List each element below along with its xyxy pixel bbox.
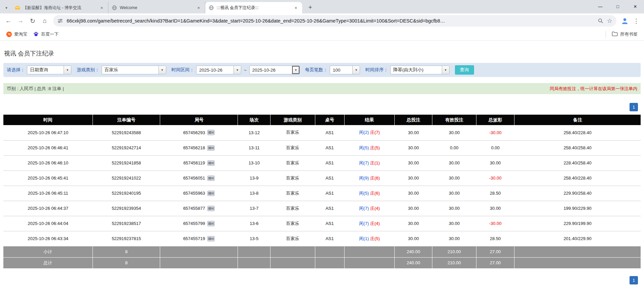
close-button[interactable]: ✕	[627, 0, 644, 13]
minimize-button[interactable]: —	[592, 0, 609, 13]
zoom-icon[interactable]	[598, 18, 604, 24]
result-player-link[interactable]: 闲(7)	[359, 160, 369, 165]
chevron-down-icon[interactable]: ▼	[442, 66, 449, 74]
chevron-down-icon[interactable]: ▼	[64, 66, 71, 74]
result-banker-link[interactable]: 庄(4)	[370, 221, 380, 226]
tab-close-icon[interactable]: ✕	[99, 5, 105, 11]
address-bar[interactable]: 66cxkj98.com/game/betrecord_search/kind3…	[53, 15, 616, 27]
cell-result: 闲(2) 庄(7)	[344, 125, 395, 140]
forward-icon[interactable]: →	[15, 15, 26, 27]
query-mode-combo[interactable]: 日期查询 ▼	[27, 66, 71, 74]
bet-table-head-row: 时间注单编号局号场次游戏类别桌号结果总投注有效投注总派彩备注	[3, 115, 641, 125]
cell-game-type: 百家乐	[271, 170, 315, 186]
summary-count: 8	[93, 257, 160, 268]
cell-note: 229.90/199.90	[514, 216, 641, 231]
combo-value: 日期查询	[27, 66, 64, 74]
browser-tab-welcome[interactable]: Welcome ✕	[108, 2, 205, 13]
cell-valid-bet: 30.00	[432, 201, 476, 216]
result-player-link[interactable]: 闲(2)	[359, 130, 369, 135]
result-player-link[interactable]: 闲(5)	[359, 191, 369, 196]
bookmark-star-icon[interactable]: ☆	[607, 17, 612, 25]
result-player-link[interactable]: 闲(1)	[359, 236, 369, 241]
refresh-icon[interactable]: ↻	[27, 15, 38, 27]
round-number-group: 657456293	[183, 130, 215, 135]
summary-empty-cell	[514, 257, 641, 268]
url-text[interactable]: 66cxkj98.com/game/betrecord_search/kind3…	[67, 18, 594, 24]
cell-total-bet-link[interactable]: 30.00	[395, 186, 432, 201]
video-replay-icon[interactable]	[207, 221, 215, 226]
home-icon[interactable]: ⌂	[39, 15, 50, 27]
chevron-down-icon[interactable]: ▼	[158, 66, 166, 74]
bookmark-baidu[interactable]: 百度一下	[30, 30, 62, 39]
cell-game-type: 百家乐	[271, 216, 315, 231]
result-banker-link[interactable]: 庄(6)	[370, 176, 380, 181]
cell-payout: -30.00	[476, 216, 514, 231]
game-type-combo[interactable]: 百家乐 ▼	[102, 66, 166, 74]
cell-valid-bet: 30.00	[432, 186, 476, 201]
profile-avatar-icon[interactable]	[619, 15, 631, 27]
cell-total-bet-link[interactable]: 30.00	[395, 170, 432, 186]
result-banker-link[interactable]: 庄(5)	[370, 236, 380, 241]
combo-value: 百家乐	[102, 66, 158, 74]
tab-close-icon[interactable]: ✕	[196, 5, 202, 11]
cell-total-bet-link[interactable]: 30.00	[395, 140, 432, 155]
video-replay-icon[interactable]	[207, 176, 215, 181]
video-replay-icon[interactable]	[207, 130, 215, 135]
date-end-combo[interactable]: 2025-10-26 ▼	[249, 66, 300, 74]
video-replay-icon[interactable]	[207, 160, 215, 166]
video-replay-icon[interactable]	[207, 145, 215, 151]
new-tab-button[interactable]: +	[306, 3, 315, 12]
browser-tab-betrecord-active[interactable]: :::视讯 会员下注纪录::: ✕	[205, 2, 302, 13]
cell-round-number: 657455877	[160, 201, 238, 216]
page-number-button[interactable]: 1	[630, 276, 638, 284]
summary-info-bar: 币别 : 人民币 | 总共 :8 注单 | 同局有效投注，统一计算在该局第一张注…	[3, 83, 641, 94]
result-banker-link[interactable]: 庄(1)	[370, 160, 380, 165]
cell-time: 2025-10-26 06:45:11	[3, 186, 93, 201]
video-replay-glyph	[207, 236, 215, 241]
result-player-link[interactable]: 闲(9)	[359, 176, 369, 181]
cell-total-bet-link[interactable]: 30.00	[395, 201, 432, 216]
table-row: 2025-10-26 06:46:10522919241858657456119…	[3, 155, 641, 170]
browser-tab-forum[interactable]: 【新提醒】海燕论坛 - 博学交流 ✕	[11, 2, 108, 13]
video-replay-icon[interactable]	[207, 236, 215, 241]
bookmark-taobao[interactable]: 淘 爱淘宝	[3, 30, 30, 39]
result-banker-link[interactable]: 庄(7)	[370, 130, 380, 135]
date-start-combo[interactable]: 2025-10-26 ▼	[196, 66, 241, 74]
result-banker-link[interactable]: 庄(4)	[370, 206, 380, 211]
cell-total-bet-link[interactable]: 30.00	[395, 125, 432, 140]
cell-game-type: 百家乐	[271, 201, 315, 216]
sort-combo[interactable]: 降幂(由大到小) ▼	[390, 66, 450, 74]
result-player-link[interactable]: 闲(7)	[359, 221, 369, 226]
maximize-button[interactable]: □	[609, 0, 627, 13]
summary-empty-cell	[315, 246, 344, 257]
cell-total-bet-link[interactable]: 30.00	[395, 155, 432, 170]
result-banker-link[interactable]: 庄(6)	[370, 191, 380, 196]
summary-empty-cell	[271, 246, 315, 257]
filter-per-page: 每页笔数： 100 ▼	[305, 66, 360, 74]
all-bookmarks-button[interactable]: 所有书签	[609, 30, 641, 39]
chevron-down-icon[interactable]: ▼	[234, 66, 241, 74]
result-player-link[interactable]: 闲(7)	[359, 206, 369, 211]
cell-total-bet-link[interactable]: 30.00	[395, 231, 432, 246]
cell-table-number: AS1	[315, 140, 344, 155]
summary-empty-cell	[238, 246, 271, 257]
pagination-bottom: 1	[6, 276, 638, 284]
video-replay-icon[interactable]	[207, 191, 215, 196]
query-mode-label: 请选择：	[7, 67, 25, 73]
video-replay-icon[interactable]	[207, 206, 215, 211]
result-banker-link[interactable]: 庄(5)	[370, 145, 380, 150]
per-page-combo[interactable]: 100 ▼	[330, 66, 360, 74]
result-player-link[interactable]: 闲(5)	[359, 145, 369, 150]
summary-empty-cell	[271, 257, 315, 268]
site-info-icon[interactable]	[57, 18, 63, 24]
browser-menu-icon[interactable]: ⋮	[631, 15, 641, 27]
chevron-down-icon[interactable]: ▼	[352, 66, 360, 74]
cell-bet-number: 522919243588	[93, 125, 160, 140]
back-icon[interactable]: ←	[3, 15, 14, 27]
tab-close-icon[interactable]: ✕	[293, 5, 299, 11]
search-button[interactable]: 查询	[455, 65, 474, 75]
cell-total-bet-link[interactable]: 30.00	[395, 216, 432, 231]
tab-search-chevron-icon[interactable]: ▾	[1, 2, 11, 13]
chevron-down-icon[interactable]: ▼	[292, 66, 299, 74]
page-number-button[interactable]: 1	[630, 103, 638, 111]
